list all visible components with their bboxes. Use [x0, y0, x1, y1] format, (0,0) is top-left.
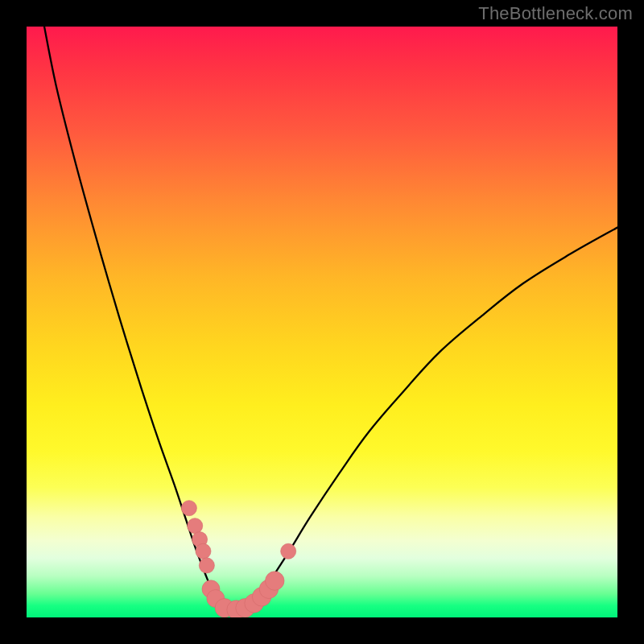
data-marker: [196, 543, 211, 559]
watermark-text: TheBottleneck.com: [478, 3, 633, 24]
data-marker: [188, 518, 203, 534]
data-marker: [199, 558, 214, 573]
chart-frame: TheBottleneck.com: [0, 0, 644, 644]
data-marker: [281, 543, 296, 559]
curve-left: [44, 27, 233, 617]
data-marker: [181, 501, 196, 516]
chart-svg: [27, 27, 617, 617]
plot-area: [27, 27, 617, 617]
data-marker: [266, 572, 284, 590]
curve-right: [233, 228, 617, 617]
